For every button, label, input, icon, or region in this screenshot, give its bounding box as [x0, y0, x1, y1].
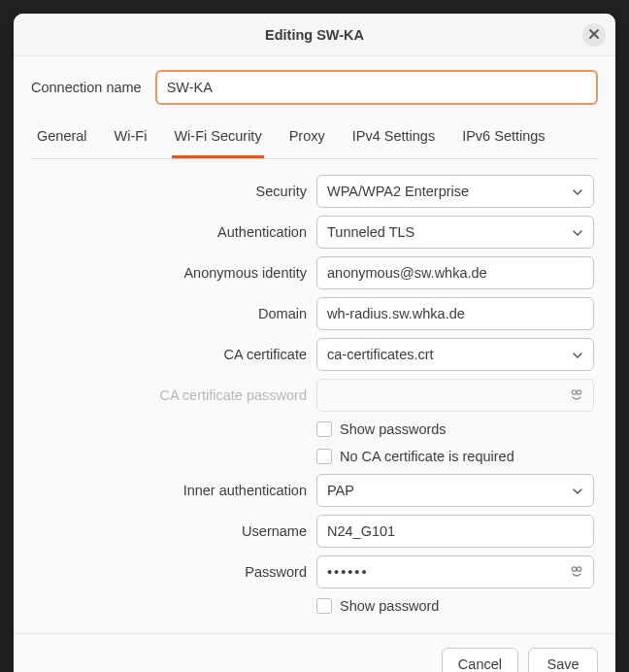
security-value: WPA/WPA2 Enterprise	[327, 184, 469, 199]
tab-wifi[interactable]: Wi-Fi	[113, 118, 149, 158]
titlebar: Editing SW-KA	[14, 14, 615, 56]
ca-certificate-label: CA certificate	[35, 347, 307, 362]
key-icon[interactable]	[569, 387, 584, 403]
close-button[interactable]	[582, 23, 606, 47]
checkbox-icon	[316, 421, 332, 437]
save-button[interactable]: Save	[528, 648, 598, 672]
cancel-button[interactable]: Cancel	[442, 648, 518, 672]
tab-ipv6[interactable]: IPv6 Settings	[460, 118, 546, 158]
chevron-down-icon	[572, 485, 583, 496]
password-label: Password	[35, 564, 307, 580]
ca-cert-password-input	[316, 379, 594, 412]
window-title: Editing SW-KA	[265, 27, 364, 43]
domain-label: Domain	[35, 306, 307, 321]
authentication-select[interactable]: Tunneled TLS	[316, 216, 594, 249]
show-password-label: Show password	[340, 598, 439, 614]
checkbox-icon	[316, 449, 332, 464]
show-passwords-label: Show passwords	[340, 421, 447, 437]
show-passwords-checkbox[interactable]: Show passwords	[316, 420, 594, 439]
anonymous-identity-input[interactable]	[316, 256, 594, 289]
connection-name-label: Connection name	[31, 80, 142, 95]
tab-ipv4[interactable]: IPv4 Settings	[350, 118, 437, 158]
ca-cert-password-label: CA certificate password	[35, 387, 307, 403]
security-label: Security	[35, 184, 307, 199]
dialog-footer: Cancel Save	[14, 634, 615, 672]
inner-authentication-select[interactable]: PAP	[316, 474, 594, 507]
domain-input[interactable]	[316, 297, 594, 330]
svg-point-3	[577, 567, 580, 571]
chevron-down-icon	[572, 226, 583, 238]
no-ca-required-checkbox[interactable]: No CA certificate is required	[316, 447, 594, 466]
inner-authentication-label: Inner authentication	[35, 483, 307, 498]
tab-general[interactable]: General	[35, 118, 89, 158]
chevron-down-icon	[572, 349, 583, 360]
svg-point-0	[572, 390, 576, 394]
tab-wifi-security[interactable]: Wi-Fi Security	[172, 118, 263, 158]
username-input[interactable]	[316, 515, 594, 548]
password-input[interactable]	[316, 555, 594, 588]
tabs: General Wi-Fi Wi-Fi Security Proxy IPv4 …	[31, 118, 598, 158]
authentication-value: Tunneled TLS	[327, 224, 414, 240]
network-editor-window: Editing SW-KA Connection name General Wi…	[14, 14, 615, 672]
ca-certificate-value: ca-certificates.crt	[327, 347, 434, 362]
svg-point-1	[577, 390, 580, 394]
username-label: Username	[35, 523, 307, 539]
close-icon	[588, 27, 600, 43]
inner-authentication-value: PAP	[327, 483, 354, 498]
key-icon[interactable]	[569, 564, 584, 580]
show-password-checkbox[interactable]: Show password	[316, 596, 594, 616]
no-ca-required-label: No CA certificate is required	[340, 449, 514, 464]
wifi-security-form: Security WPA/WPA2 Enterprise Authenticat…	[31, 175, 598, 616]
connection-name-input[interactable]	[155, 70, 598, 105]
anonymous-identity-label: Anonymous identity	[35, 265, 307, 281]
checkbox-icon	[316, 598, 332, 614]
svg-point-2	[572, 567, 576, 571]
authentication-label: Authentication	[35, 224, 307, 240]
security-select[interactable]: WPA/WPA2 Enterprise	[316, 175, 594, 208]
chevron-down-icon	[572, 185, 583, 197]
tab-proxy[interactable]: Proxy	[287, 118, 327, 158]
ca-certificate-select[interactable]: ca-certificates.crt	[316, 338, 594, 371]
